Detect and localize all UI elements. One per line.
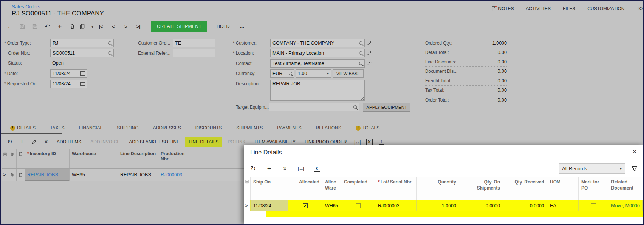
date-field[interactable]: 11/08/24 [50,69,87,78]
cell-production-nbr[interactable]: RJ000003 [158,169,192,181]
breadcrumb[interactable]: Sales Orders [12,4,40,9]
nav-activities[interactable]: ACTIVITIES [526,6,551,11]
col-completed[interactable]: Completed [341,177,375,200]
line-details-button[interactable]: LINE DETAILS [185,137,222,147]
col-qty-on-shipments[interactable]: Qty. On Shipments [459,177,503,200]
target-equipment-field[interactable] [269,103,359,111]
related-document-link[interactable]: Move, M0000 [611,203,640,209]
cell-mark-for-po[interactable] [579,200,608,211]
filter-funnel-icon[interactable] [631,166,638,172]
add-record-icon[interactable]: + [55,22,65,31]
row-paperclip-icon[interactable] [8,169,17,181]
cell-allocated[interactable] [288,200,322,211]
details-grid-row[interactable]: > REPAIR JOBS WH65 REPAIR JOBS RJ000003 [2,169,267,181]
view-base-button[interactable]: VIEW BASE [333,69,364,78]
col-uom[interactable]: UOM [547,177,579,200]
cell-related-document[interactable]: Move, M0000 [608,200,643,211]
col-allocated[interactable]: Allocated [288,177,322,200]
save-close-icon[interactable] [17,22,27,31]
cell-qty-on-shipments[interactable]: 0.0000 [459,200,503,211]
grid-add-row-icon[interactable]: + [17,137,27,147]
grid-delete-row-icon[interactable]: × [41,137,51,147]
save-icon[interactable] [30,22,40,31]
col-related-document[interactable]: Related Document [608,177,643,200]
row-note-icon[interactable] [17,169,25,181]
panel-delete-row-icon[interactable]: × [281,165,289,173]
inventory-id-link[interactable]: REPAIR JOBS [27,172,58,177]
cell-ship-on[interactable]: 11/08/24 [251,200,288,211]
col-lot-serial[interactable]: *Lot/ Serial Nbr. [375,177,417,200]
copy-paste-chevron-icon[interactable]: ▾ [91,25,93,29]
hold-button[interactable]: HOLD [213,21,234,32]
external-ref-field[interactable] [173,49,215,57]
next-record-icon[interactable]: > [121,22,131,31]
currency-lookup-icon[interactable] [289,72,292,75]
order-nbr-field[interactable]: SO000511 [50,49,114,57]
completed-checkbox[interactable] [356,203,361,208]
order-type-lookup-icon[interactable] [108,41,111,45]
customer-edit-icon[interactable] [367,40,372,45]
delete-icon[interactable] [67,22,77,31]
panel-row-selector[interactable]: > [244,200,251,211]
tab-shipping[interactable]: SHIPPING [117,125,138,131]
tab-relations[interactable]: RELATIONS [316,125,341,131]
col-inventory-id[interactable]: *Inventory ID [25,149,70,168]
panel-grid-row[interactable]: > 11/08/24 WH65 RJ000003 1.0000 0.0000 0… [244,200,643,211]
col-warehouse[interactable]: Warehouse [70,149,118,168]
location-lookup-icon[interactable] [359,51,362,55]
allocated-checkbox[interactable] [303,203,308,208]
add-blanket-so-line-button[interactable]: ADD BLANKET SO LINE [125,137,183,147]
currency-rate-combo[interactable]: 1.00▾ [296,69,331,78]
customer-order-field[interactable]: TE [173,39,215,47]
contact-edit-icon[interactable] [367,61,372,66]
tab-addresses[interactable]: ADDRESSES [153,125,181,131]
col-mark-for-po[interactable]: Mark for PO [579,177,608,200]
order-nbr-lookup-icon[interactable] [108,51,111,55]
nav-customization[interactable]: CUSTOMIZATION [587,6,624,11]
panel-grid-settings-icon[interactable] [244,177,251,200]
nav-files[interactable]: FILES [563,6,575,11]
date-calendar-icon[interactable] [80,71,85,76]
create-shipment-button[interactable]: CREATE SHIPMENT [151,21,207,32]
cell-quantity[interactable]: 1.0000 [417,200,459,211]
tab-payments[interactable]: PAYMENTS [277,125,301,131]
tab-taxes[interactable]: TAXES [50,125,64,131]
cell-warehouse[interactable]: WH65 [70,169,118,181]
apply-equipment-button[interactable]: APPLY EQUIPMENT [363,103,410,112]
col-alloc-ware[interactable]: Alloc. Ware [322,177,341,200]
requested-on-field[interactable]: 11/08/24 [50,80,87,88]
cell-line-description[interactable]: REPAIR JOBS [118,169,158,181]
more-actions-button[interactable]: … [240,24,245,29]
mark-for-po-checkbox[interactable] [591,203,596,208]
col-ship-on[interactable]: Ship On [251,177,288,200]
col-qty-received[interactable]: Qty. Received [503,177,547,200]
row-selector[interactable]: > [2,169,8,181]
back-icon[interactable]: ← [5,22,15,31]
tab-details[interactable]: !DETAILS [10,125,36,131]
col-production-nbr[interactable]: Production Nbr. [158,149,192,168]
grid-settings-icon[interactable] [2,149,8,168]
prev-record-icon[interactable]: < [108,22,118,31]
panel-refresh-icon[interactable]: ↻ [249,165,257,173]
location-edit-icon[interactable] [367,51,372,55]
panel-close-icon[interactable]: × [632,148,637,155]
tab-totals[interactable]: !TOTALS [356,125,380,131]
customer-lookup-icon[interactable] [359,41,362,45]
currency-code-field[interactable]: EUR [270,69,294,78]
first-record-icon[interactable]: |< [96,22,106,31]
panel-export-excel-icon[interactable]: X [313,165,321,173]
contact-lookup-icon[interactable] [359,62,362,65]
nav-tools[interactable]: TOOLS [637,6,644,11]
target-equipment-lookup-icon[interactable] [353,105,357,109]
undo-icon[interactable]: ↶ [42,22,52,31]
cell-qty-received[interactable]: 0.0000 [503,200,547,211]
last-record-icon[interactable]: >| [133,22,143,31]
cell-inventory-id[interactable]: REPAIR JOBS [25,169,70,181]
cell-completed[interactable] [341,200,375,211]
add-items-button[interactable]: ADD ITEMS [53,137,85,147]
resize-handle-icon[interactable] [359,96,364,100]
tab-shipments[interactable]: SHIPMENTS [236,125,263,131]
grid-refresh-icon[interactable]: ↻ [5,137,15,147]
panel-add-row-icon[interactable]: + [265,165,273,173]
col-line-description[interactable]: Line Description [118,149,158,168]
